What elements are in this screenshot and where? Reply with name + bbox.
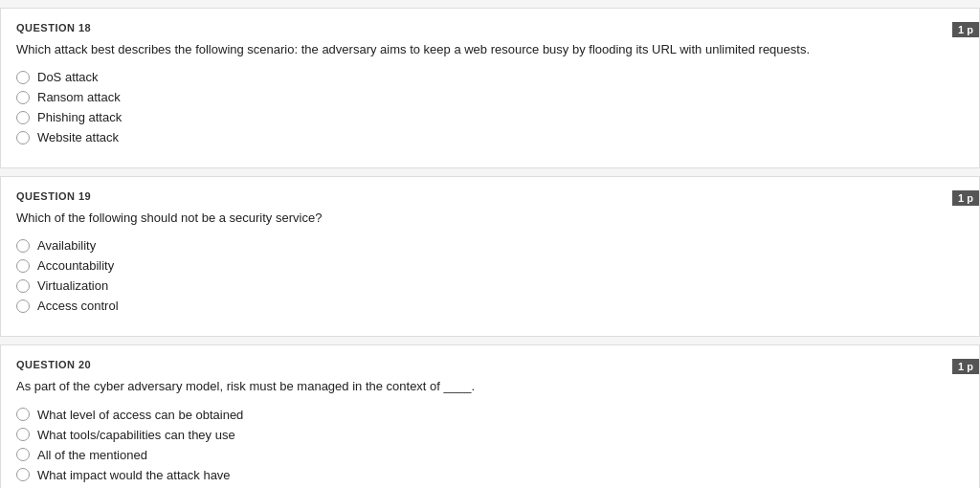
option-row-q18-2[interactable]: Phishing attack — [16, 110, 964, 124]
option-row-q20-2[interactable]: All of the mentioned — [16, 448, 964, 462]
question-label-q19: QUESTION 19 — [16, 190, 964, 202]
question-card-q18: 1 pQUESTION 18Which attack best describe… — [0, 8, 980, 168]
points-badge-q18: 1 p — [952, 22, 979, 37]
option-row-q19-3[interactable]: Access control — [16, 299, 964, 313]
radio-q20-3[interactable] — [16, 468, 30, 481]
option-label-q18-0: DoS attack — [37, 70, 99, 84]
option-row-q19-2[interactable]: Virtualization — [16, 278, 964, 293]
radio-q18-1[interactable] — [16, 91, 30, 104]
points-badge-q19: 1 p — [952, 190, 979, 206]
option-row-q20-0[interactable]: What level of access can be obtained — [16, 408, 964, 422]
option-label-q19-3: Access control — [37, 299, 119, 313]
option-label-q18-3: Website attack — [37, 130, 119, 144]
points-badge-q20: 1 p — [952, 359, 979, 374]
radio-q18-2[interactable] — [16, 111, 30, 124]
option-label-q20-3: What impact would the attack have — [37, 468, 231, 482]
radio-q18-3[interactable] — [16, 131, 30, 144]
page-container: 1 pQUESTION 18Which attack best describe… — [0, 8, 980, 488]
radio-q18-0[interactable] — [16, 71, 30, 84]
option-row-q20-3[interactable]: What impact would the attack have — [16, 468, 964, 482]
question-text-q18: Which attack best describes the followin… — [16, 41, 964, 58]
option-row-q18-0[interactable]: DoS attack — [16, 70, 964, 84]
option-row-q20-1[interactable]: What tools/capabilities can they use — [16, 428, 964, 442]
question-card-q19: 1 pQUESTION 19Which of the following sho… — [0, 176, 980, 337]
question-label-q20: QUESTION 20 — [16, 359, 964, 370]
option-row-q18-3[interactable]: Website attack — [16, 130, 964, 144]
radio-q20-0[interactable] — [16, 408, 30, 421]
option-label-q19-1: Accountability — [37, 258, 114, 273]
option-label-q20-2: All of the mentioned — [37, 448, 147, 462]
option-row-q19-0[interactable]: Availability — [16, 238, 964, 253]
radio-q19-3[interactable] — [16, 299, 30, 313]
question-text-q20: As part of the cyber adversary model, ri… — [16, 378, 964, 395]
option-label-q19-2: Virtualization — [37, 278, 108, 293]
option-label-q19-0: Availability — [37, 238, 96, 253]
radio-q20-2[interactable] — [16, 448, 30, 461]
question-card-q20: 1 pQUESTION 20As part of the cyber adver… — [0, 344, 980, 488]
question-label-q18: QUESTION 18 — [16, 22, 964, 33]
option-row-q19-1[interactable]: Accountability — [16, 258, 964, 273]
option-label-q20-0: What level of access can be obtained — [37, 408, 243, 422]
radio-q19-2[interactable] — [16, 279, 30, 293]
question-text-q19: Which of the following should not be a s… — [16, 210, 964, 227]
radio-q19-1[interactable] — [16, 259, 30, 273]
option-label-q20-1: What tools/capabilities can they use — [37, 428, 235, 442]
option-row-q18-1[interactable]: Ransom attack — [16, 90, 964, 104]
option-label-q18-1: Ransom attack — [37, 90, 121, 104]
option-label-q18-2: Phishing attack — [37, 110, 122, 124]
radio-q20-1[interactable] — [16, 428, 30, 441]
radio-q19-0[interactable] — [16, 239, 30, 253]
